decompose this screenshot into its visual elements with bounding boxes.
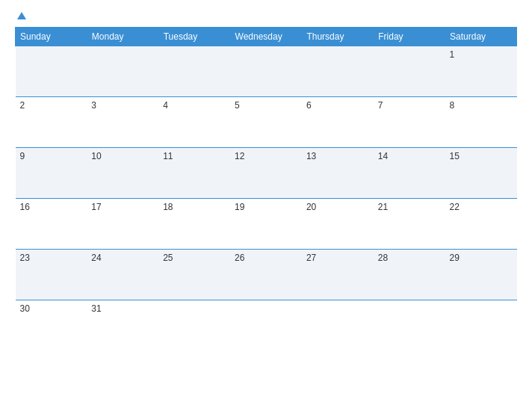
day-number: 25 <box>163 253 173 263</box>
calendar-body: 1234567891011121314151617181920212223242… <box>16 46 517 342</box>
day-number: 10 <box>91 151 101 161</box>
calendar-cell: 28 <box>374 250 445 300</box>
day-number: 15 <box>450 151 460 161</box>
calendar-cell <box>445 300 517 342</box>
calendar-cell: 12 <box>230 148 302 199</box>
week-row-1: 1 <box>16 46 517 97</box>
day-number: 5 <box>235 100 240 111</box>
calendar-cell <box>374 300 445 342</box>
calendar-cell: 16 <box>16 199 87 250</box>
calendar-cell: 23 <box>16 250 87 300</box>
day-number: 12 <box>235 151 244 161</box>
calendar-cell: 27 <box>302 250 374 300</box>
week-row-3: 9101112131415 <box>16 148 517 199</box>
calendar-cell <box>87 46 158 97</box>
day-number: 29 <box>450 253 460 263</box>
header <box>15 12 517 19</box>
day-number: 23 <box>20 253 30 263</box>
calendar-cell: 25 <box>158 250 230 300</box>
calendar-cell: 30 <box>16 300 87 342</box>
calendar-cell: 17 <box>87 199 158 250</box>
day-number: 13 <box>306 151 316 161</box>
calendar-cell: 7 <box>374 97 445 148</box>
calendar-cell: 24 <box>87 250 158 300</box>
days-of-week-row: SundayMondayTuesdayWednesdayThursdayFrid… <box>16 28 517 46</box>
calendar-cell: 1 <box>445 46 517 97</box>
day-header-sunday: Sunday <box>16 28 87 46</box>
day-number: 14 <box>378 151 388 161</box>
calendar-cell: 4 <box>158 97 230 148</box>
day-number: 7 <box>378 100 383 111</box>
day-number: 31 <box>91 303 101 314</box>
calendar-cell: 21 <box>374 199 445 250</box>
day-number: 18 <box>163 202 173 212</box>
calendar-cell <box>16 46 87 97</box>
calendar-cell: 5 <box>230 97 302 148</box>
day-number: 21 <box>378 202 388 212</box>
week-row-4: 16171819202122 <box>16 199 517 250</box>
calendar-cell: 13 <box>302 148 374 199</box>
day-number: 24 <box>91 253 101 263</box>
day-number: 1 <box>450 49 455 60</box>
calendar-cell <box>230 300 302 342</box>
calendar-cell: 18 <box>158 199 230 250</box>
day-number: 27 <box>306 253 316 263</box>
day-number: 30 <box>20 303 30 314</box>
calendar-header: SundayMondayTuesdayWednesdayThursdayFrid… <box>16 28 517 46</box>
day-number: 11 <box>163 151 173 161</box>
day-number: 2 <box>20 100 25 111</box>
calendar-cell: 6 <box>302 97 374 148</box>
day-header-friday: Friday <box>374 28 445 46</box>
calendar-cell: 20 <box>302 199 374 250</box>
calendar-cell <box>302 46 374 97</box>
calendar-cell <box>230 46 302 97</box>
day-header-saturday: Saturday <box>445 28 517 46</box>
calendar-cell: 22 <box>445 199 517 250</box>
day-number: 22 <box>450 202 460 212</box>
day-number: 26 <box>235 253 244 263</box>
logo <box>15 12 26 19</box>
day-header-wednesday: Wednesday <box>230 28 302 46</box>
day-number: 3 <box>91 100 96 111</box>
day-header-tuesday: Tuesday <box>158 28 230 46</box>
day-number: 8 <box>450 100 455 111</box>
day-number: 9 <box>20 151 25 161</box>
calendar-cell: 31 <box>87 300 158 342</box>
day-number: 19 <box>235 202 244 212</box>
calendar-cell <box>158 46 230 97</box>
day-number: 20 <box>306 202 316 212</box>
calendar-cell: 15 <box>445 148 517 199</box>
calendar-cell <box>158 300 230 342</box>
calendar-cell: 26 <box>230 250 302 300</box>
calendar-cell: 11 <box>158 148 230 199</box>
logo-triangle-icon <box>17 12 26 19</box>
day-number: 17 <box>91 202 101 212</box>
page: SundayMondayTuesdayWednesdayThursdayFrid… <box>0 0 532 411</box>
calendar-cell: 19 <box>230 199 302 250</box>
calendar-cell: 2 <box>16 97 87 148</box>
day-header-thursday: Thursday <box>302 28 374 46</box>
calendar-cell <box>302 300 374 342</box>
day-header-monday: Monday <box>87 28 158 46</box>
week-row-5: 23242526272829 <box>16 250 517 300</box>
calendar-cell: 14 <box>374 148 445 199</box>
day-number: 16 <box>20 202 30 212</box>
calendar-cell: 9 <box>16 148 87 199</box>
calendar-cell: 8 <box>445 97 517 148</box>
day-number: 6 <box>306 100 312 111</box>
calendar-cell <box>374 46 445 97</box>
calendar-cell: 3 <box>87 97 158 148</box>
calendar-table: SundayMondayTuesdayWednesdayThursdayFrid… <box>15 27 517 342</box>
day-number: 4 <box>163 100 168 111</box>
week-row-2: 2345678 <box>16 97 517 148</box>
day-number: 28 <box>378 253 388 263</box>
calendar-cell: 29 <box>445 250 517 300</box>
calendar-cell: 10 <box>87 148 158 199</box>
week-row-6: 3031 <box>16 300 517 342</box>
